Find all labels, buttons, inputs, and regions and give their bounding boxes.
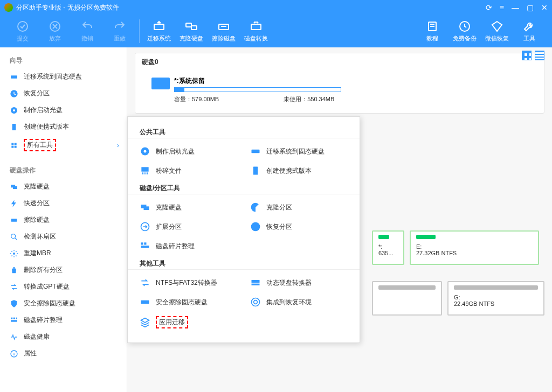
sidebar-item-quick-partition[interactable]: 快速分区 xyxy=(0,195,127,212)
sidebar-item-secure-erase-ssd[interactable]: 安全擦除固态硬盘 xyxy=(0,295,127,312)
undo-icon xyxy=(81,20,94,33)
disk0-title[interactable]: 硬盘0 xyxy=(135,53,544,71)
sidebar-item-defrag[interactable]: 磁盘碎片整理 xyxy=(0,312,127,328)
popup-item-clone-partition[interactable]: 克隆分区 xyxy=(244,198,354,217)
svg-rect-2 xyxy=(154,24,164,30)
disk-ops-header: 硬盘操作 xyxy=(0,163,127,178)
search-icon xyxy=(10,233,18,241)
sidebar-item-migrate-ssd[interactable]: 迁移系统到固态硬盘 xyxy=(0,68,127,85)
refresh-icon[interactable]: ⟳ xyxy=(486,3,492,12)
popup-item-migrate-ssd[interactable]: 迁移系统到固态硬盘 xyxy=(244,142,354,161)
close-icon[interactable]: ✕ xyxy=(541,3,548,12)
partition-icon xyxy=(151,78,170,89)
disc-icon xyxy=(10,106,18,115)
shred-icon xyxy=(140,165,150,176)
info-icon xyxy=(10,349,18,358)
hdd-wipe-icon xyxy=(217,20,230,33)
popup-item-shred[interactable]: 粉碎文件 xyxy=(133,161,244,180)
sidebar-item-convert-gpt[interactable]: 转换成GPT硬盘 xyxy=(0,278,127,295)
convert-icon xyxy=(10,283,18,291)
popup-section-disk: 磁盘/分区工具 xyxy=(128,180,360,194)
sidebar-item-clone-disk[interactable]: 克隆硬盘 xyxy=(0,178,127,195)
svg-rect-38 xyxy=(252,280,260,283)
sidebar-item-all-tools[interactable]: 所有工具› xyxy=(0,135,127,155)
bolt-icon xyxy=(10,199,18,208)
svg-rect-4 xyxy=(191,26,197,30)
partition-usage-bar xyxy=(174,87,341,92)
sidebar-item-portable[interactable]: 创建便携式版本 xyxy=(0,118,127,135)
sidebar-item-recover-partition[interactable]: 恢复分区 xyxy=(0,85,127,102)
hdd-convert-icon xyxy=(250,20,263,33)
svg-rect-36 xyxy=(144,242,146,244)
sidebar-item-delete-all[interactable]: 删除所有分区 xyxy=(0,262,127,278)
eraser-icon xyxy=(10,216,18,225)
erase-icon xyxy=(140,297,150,307)
svg-rect-24 xyxy=(16,317,17,319)
disk-map-box-g[interactable]: G: 22.49GB NTFS xyxy=(447,281,544,316)
view-toggle xyxy=(522,51,544,60)
gear-icon xyxy=(10,249,18,258)
popup-item-extend-partition[interactable]: 扩展分区 xyxy=(133,217,244,236)
commit-button[interactable]: 提交 xyxy=(6,16,39,46)
health-icon xyxy=(10,333,18,341)
list-view-icon[interactable] xyxy=(535,51,544,60)
sidebar-item-wipe-disk[interactable]: 擦除硬盘 xyxy=(0,212,127,228)
tools-icon xyxy=(10,141,18,150)
hdd-arrow-icon xyxy=(153,20,165,33)
discard-button[interactable]: 放弃 xyxy=(39,16,71,46)
menu-icon[interactable]: ≡ xyxy=(500,3,504,12)
partition-capacity: 容量：579.00MB xyxy=(174,95,219,103)
popup-item-clone-disk[interactable]: 克隆硬盘 xyxy=(133,198,244,217)
popup-item-integrate-recovery[interactable]: 集成到恢复环境 xyxy=(244,292,354,312)
svg-rect-23 xyxy=(13,317,15,319)
pie-icon xyxy=(250,202,261,213)
undo-button[interactable]: 撤销 xyxy=(71,16,104,46)
wechat-recovery-button[interactable]: 微信恢复 xyxy=(481,16,513,46)
svg-point-0 xyxy=(18,22,27,31)
integrate-icon xyxy=(250,297,261,307)
redo-button[interactable]: 重做 xyxy=(104,16,136,46)
disk-map-box-star[interactable]: *: 635... xyxy=(372,230,404,265)
shield-icon xyxy=(10,299,18,308)
sidebar-item-disk-health[interactable]: 磁盘健康 xyxy=(0,328,127,345)
minimize-icon[interactable]: — xyxy=(512,3,519,12)
partition-box: *:系统保留 容量：579.00MB 未使用：550.34MB xyxy=(135,71,544,113)
svg-rect-3 xyxy=(186,23,191,27)
popup-item-ntfs-fat32[interactable]: NTFS与FAT32转换器 xyxy=(133,273,244,292)
popup-item-recover-partition[interactable]: 恢复分区 xyxy=(244,217,354,236)
svg-point-42 xyxy=(254,300,258,304)
popup-item-secure-erase[interactable]: 安全擦除固态硬盘 xyxy=(133,292,244,312)
svg-rect-6 xyxy=(251,24,261,30)
sidebar-item-rebuild-mbr[interactable]: 重建MBR xyxy=(0,245,127,262)
svg-rect-9 xyxy=(11,75,17,78)
hdd-icon xyxy=(250,146,261,157)
clone-icon xyxy=(10,183,18,191)
popup-item-portable[interactable]: 创建便携式版本 xyxy=(244,161,354,180)
sidebar-item-properties[interactable]: 属性 xyxy=(0,345,127,362)
cancel-icon xyxy=(49,20,61,33)
free-backup-button[interactable]: 免费备份 xyxy=(448,16,481,46)
maximize-icon[interactable]: ▢ xyxy=(527,3,534,12)
title-bar: 分区助手专业版 - 无损分区免费软件 ⟳ ≡ — ▢ ✕ xyxy=(0,0,552,15)
wipe-disk-button[interactable]: 擦除磁盘 xyxy=(208,16,240,46)
backup-icon xyxy=(458,20,471,33)
popup-item-defrag[interactable]: 磁盘碎片整理 xyxy=(133,236,244,256)
grid-view-icon[interactable] xyxy=(522,51,532,60)
clone-disk-button[interactable]: 克隆硬盘 xyxy=(175,16,208,46)
sidebar-item-boot-disc[interactable]: 制作启动光盘 xyxy=(0,102,127,118)
migrate-system-button[interactable]: 迁移系统 xyxy=(143,16,175,46)
disk-map-box-blank[interactable] xyxy=(372,281,442,316)
sidebar-item-bad-sector[interactable]: 检测坏扇区 xyxy=(0,228,127,245)
disk-map-box-e[interactable]: E: 27.32GB NTFS xyxy=(410,230,539,265)
svg-rect-25 xyxy=(11,320,17,321)
main-area: 向导 迁移系统到固态硬盘 恢复分区 制作启动光盘 创建便携式版本 所有工具› 硬… xyxy=(0,47,552,392)
tutorial-button[interactable]: 教程 xyxy=(416,16,448,46)
svg-rect-35 xyxy=(141,242,143,244)
tools-button[interactable]: 工具 xyxy=(513,16,546,46)
popup-item-app-migrate[interactable]: 应用迁移 xyxy=(133,312,244,333)
disk0-card: 硬盘0 *:系统保留 容量：579.00MB 未使用：550.34MB xyxy=(135,53,544,114)
svg-rect-29 xyxy=(252,150,260,153)
popup-item-dynamic-disk[interactable]: 动态硬盘转换器 xyxy=(244,273,354,292)
popup-item-boot-disc[interactable]: 制作启动光盘 xyxy=(133,142,244,161)
disk-convert-button[interactable]: 磁盘转换 xyxy=(240,16,272,46)
